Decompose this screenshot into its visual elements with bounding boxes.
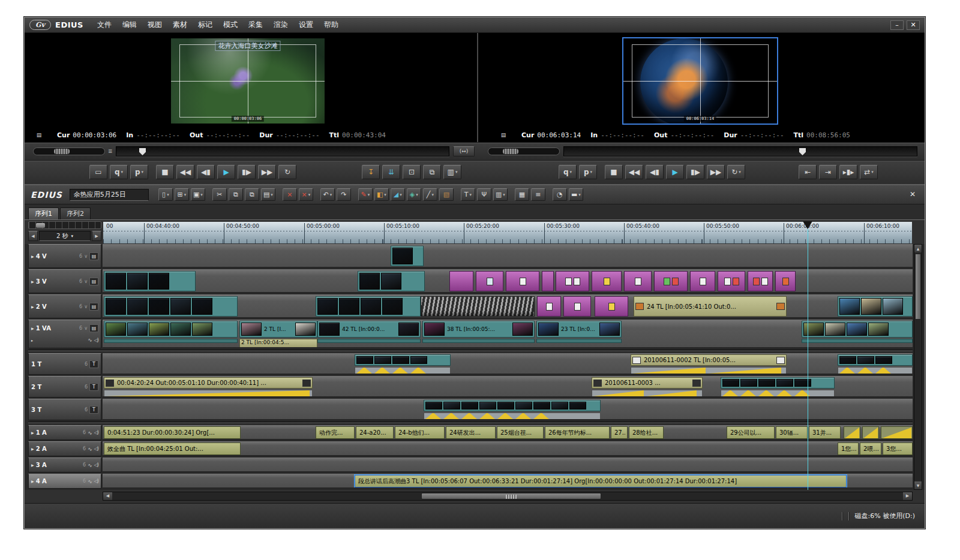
- timeline-clip[interactable]: 2喂...: [860, 442, 881, 455]
- timeline-clip[interactable]: 27...: [611, 426, 628, 439]
- title-track-button[interactable]: T: [89, 360, 98, 368]
- speaker-icon[interactable]: ◁): [94, 462, 98, 468]
- timeline-clip[interactable]: [358, 271, 425, 291]
- title-track-button[interactable]: T: [89, 383, 98, 391]
- timeline-clip[interactable]: 23 TL [In:0...: [536, 321, 622, 348]
- timeline-clip[interactable]: 24-b他们...: [395, 426, 445, 439]
- timeline-clip[interactable]: 24 TL [In:00:05:41:10 Out:0...: [634, 296, 787, 317]
- timeline-clip[interactable]: 28给社...: [629, 426, 664, 439]
- timeline-clip[interactable]: 效全曲 TL [In:00:04:25:01 Out:...: [104, 442, 241, 455]
- timeline-clip[interactable]: [592, 271, 622, 291]
- timeline-clip[interactable]: [563, 296, 591, 317]
- timeline-clip[interactable]: 20100611-0002 TL [In:00:05...: [631, 354, 787, 374]
- scroll-up-button[interactable]: ▲: [914, 245, 922, 252]
- lock-icon[interactable]: 6: [85, 407, 88, 413]
- video-mute-button[interactable]: ▤: [89, 278, 98, 285]
- lock-icon[interactable]: 6: [83, 446, 86, 451]
- timeline-clip[interactable]: [624, 271, 652, 291]
- scroll-right-button[interactable]: ▶: [903, 492, 912, 500]
- timeline-clip[interactable]: [556, 271, 589, 291]
- track-header-3A[interactable]: ▶3 A6∿◁): [28, 457, 101, 472]
- timeline-clip[interactable]: 1您...: [838, 442, 859, 455]
- track-header-4A[interactable]: ▶4 A6∿◁): [28, 474, 101, 489]
- sync-icon[interactable]: ∨: [84, 254, 88, 259]
- speaker-icon[interactable]: ◁): [94, 478, 98, 484]
- timeline-clip[interactable]: 24研发出...: [446, 426, 496, 439]
- track-header-1VA[interactable]: ▶1 VA6∨▤▸∿◁): [28, 320, 101, 348]
- lock-icon[interactable]: 6: [79, 279, 82, 284]
- waveform-icon[interactable]: ∿: [88, 478, 92, 484]
- track-lane-4A[interactable]: 段总讲话后高潮曲3 TL [In:00:05:06:07 Out:00:06:3…: [103, 474, 913, 489]
- track-lane-1T[interactable]: 20100611-0002 TL [In:00:05...: [103, 353, 913, 375]
- track-lane-3A[interactable]: [103, 457, 913, 472]
- track-header-3V[interactable]: ▶3 V6∨▤: [28, 269, 101, 293]
- timeline-clip[interactable]: 2 TL [I...2 TL [In:00:04:5...: [239, 321, 317, 348]
- timeline-clip[interactable]: 段总讲话后高潮曲3 TL [In:00:05:06:07 Out:00:06:3…: [355, 475, 847, 487]
- timeline-clip[interactable]: 38 TL [In:00:05:...: [422, 321, 535, 348]
- playhead-marker[interactable]: [803, 221, 812, 229]
- sync-icon[interactable]: ∨: [84, 326, 88, 331]
- track-header-3T[interactable]: 3 T6T: [28, 399, 101, 420]
- timeline-clip[interactable]: [476, 271, 503, 291]
- timeline-clip[interactable]: [838, 296, 913, 317]
- lock-icon[interactable]: 6: [83, 430, 86, 435]
- track-header-2A[interactable]: ▶2 A6∿◁): [28, 441, 101, 456]
- timeline-clip[interactable]: [316, 296, 421, 317]
- timeline-clip[interactable]: [424, 400, 601, 420]
- track-lane-3T[interactable]: [103, 399, 913, 420]
- track-lane-2A[interactable]: 效全曲 TL [In:00:04:25:01 Out:...1您...2喂...…: [103, 441, 913, 456]
- horizontal-scrollbar[interactable]: ◀ ▶: [103, 492, 913, 501]
- timeline-clip[interactable]: [721, 377, 835, 397]
- timeline-clip[interactable]: [748, 271, 773, 291]
- timeline-clip[interactable]: [595, 296, 628, 317]
- timeline-clip[interactable]: 00:04:20:24 Out:00:05:01:10 Dur:00:00:40…: [104, 377, 313, 397]
- timeline-clip[interactable]: 0:04:51:23 Dur:00:00:30:24] Org[...: [104, 426, 241, 439]
- timeline-clip[interactable]: 25烟台荏...: [497, 426, 544, 439]
- video-mute-button[interactable]: ▤: [89, 303, 98, 311]
- track-lane-4V[interactable]: [103, 244, 913, 268]
- lock-icon[interactable]: 6: [79, 326, 82, 331]
- timeline-clip[interactable]: [881, 426, 913, 439]
- speaker-icon[interactable]: ◁): [94, 338, 98, 343]
- timeline-clip[interactable]: [690, 271, 715, 291]
- lock-icon[interactable]: 6: [79, 254, 82, 259]
- timeline-clip[interactable]: [802, 321, 913, 348]
- timeline-clip[interactable]: 26每年节约标...: [545, 426, 610, 439]
- timeline-clip[interactable]: [862, 426, 879, 439]
- expand-icon[interactable]: ▶: [31, 305, 34, 309]
- timeline-clip[interactable]: [104, 296, 238, 317]
- vertical-scrollbar[interactable]: ▲ ▼: [914, 244, 922, 490]
- waveform-icon[interactable]: ∿: [88, 337, 92, 343]
- track-header-2T[interactable]: 2 T6T: [28, 376, 101, 398]
- track-lane-2V[interactable]: 24 TL [In:00:05:41:10 Out:0...: [103, 294, 913, 318]
- track-header-1T[interactable]: 1 T6T: [28, 353, 101, 375]
- timeline-clip[interactable]: 29公司以...: [727, 426, 775, 439]
- track-header-1A[interactable]: ▶1 A6∿◁): [28, 425, 101, 440]
- timeline-clip[interactable]: [718, 271, 745, 291]
- timeline-clip[interactable]: [506, 271, 539, 291]
- track-lane-1VA[interactable]: 2 TL [I...2 TL [In:00:04:5...42 TL [In:0…: [103, 320, 913, 348]
- horizontal-scroll-thumb[interactable]: [421, 493, 601, 499]
- vertical-scroll-thumb[interactable]: [915, 254, 921, 320]
- speaker-icon[interactable]: ◁): [94, 430, 98, 435]
- lock-icon[interactable]: 6: [83, 478, 86, 484]
- track-lane-2T[interactable]: 00:04:20:24 Out:00:05:01:10 Dur:00:00:40…: [103, 376, 913, 398]
- expand-icon[interactable]: ▶: [31, 430, 34, 435]
- expand-icon[interactable]: ▶: [31, 279, 34, 284]
- timeline-clip[interactable]: 20100611-0003 ...: [592, 377, 703, 397]
- lock-icon[interactable]: 6: [83, 462, 86, 468]
- timeline-clip[interactable]: 30辐...: [776, 426, 808, 439]
- expand-icon[interactable]: ▶: [31, 326, 34, 330]
- timeline-clip[interactable]: [391, 246, 424, 266]
- waveform-icon[interactable]: ∿: [88, 446, 92, 452]
- sync-icon[interactable]: ∨: [84, 304, 88, 309]
- timeline-clip[interactable]: [421, 296, 535, 317]
- waveform-icon[interactable]: ∿: [88, 462, 92, 468]
- track-header-4V[interactable]: ▶4 V6∨▤: [28, 244, 101, 268]
- timeline-clip[interactable]: 3您...: [883, 442, 913, 455]
- timeline-clip[interactable]: 动作完...: [316, 426, 355, 439]
- expand-icon[interactable]: ▶: [31, 447, 34, 451]
- expand-icon[interactable]: ▶: [31, 254, 34, 258]
- timeline-clip[interactable]: [537, 296, 561, 317]
- sync-icon[interactable]: ∨: [84, 279, 88, 284]
